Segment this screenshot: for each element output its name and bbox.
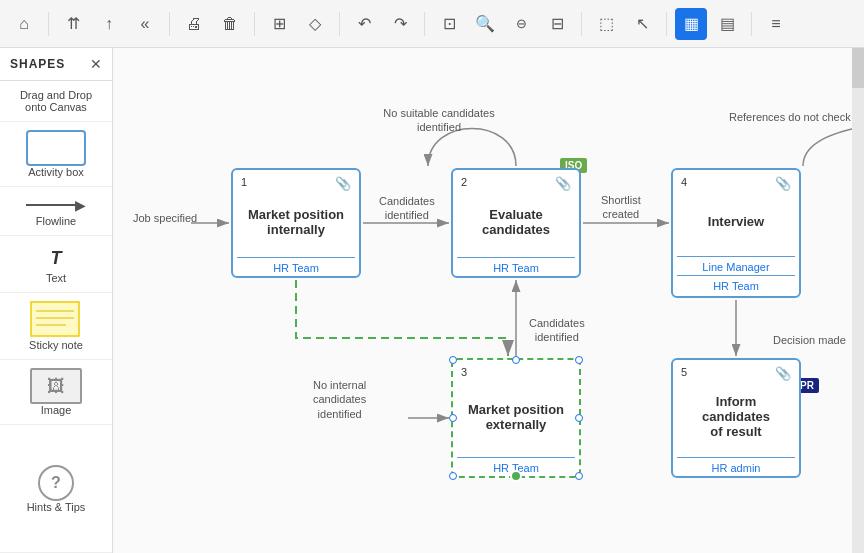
- home-icon[interactable]: ⌂: [8, 8, 40, 40]
- drag-drop-label: Drag and Droponto Canvas: [6, 89, 106, 113]
- node4-role1: Line Manager: [673, 257, 799, 275]
- node4-number: 4: [681, 176, 687, 188]
- menu-options-icon[interactable]: ≡: [760, 8, 792, 40]
- hints-tips-label: Hints & Tips: [27, 501, 86, 513]
- redo-icon[interactable]: ↷: [384, 8, 416, 40]
- node4-role2: HR Team: [673, 276, 799, 296]
- hints-tips-preview: ?: [38, 465, 74, 501]
- handle-br[interactable]: [575, 472, 583, 480]
- node1-clip-icon: 📎: [335, 176, 351, 191]
- label-decision-made: Decision made: [773, 333, 846, 347]
- expand-all-icon[interactable]: ⇈: [57, 8, 89, 40]
- sep3: [254, 12, 255, 36]
- back-icon[interactable]: «: [129, 8, 161, 40]
- handle-ml[interactable]: [449, 414, 457, 422]
- node5-clip-icon: 📎: [775, 366, 791, 381]
- green-connect-dot[interactable]: [510, 470, 522, 482]
- flowline-preview: ▶: [6, 195, 106, 215]
- canvas[interactable]: Job specified No suitable candidatesiden…: [113, 48, 864, 553]
- label-job-specified: Job specified: [133, 211, 197, 225]
- connect-icon[interactable]: ⊞: [263, 8, 295, 40]
- sidebar-item-hints-tips[interactable]: ? Hints & Tips: [0, 425, 112, 553]
- delete-icon[interactable]: 🗑: [214, 8, 246, 40]
- pointer-icon[interactable]: ↖: [626, 8, 658, 40]
- hints-tips-shape: ?: [38, 465, 74, 501]
- sidebar-item-text[interactable]: T Text: [0, 236, 112, 293]
- label-no-suitable: No suitable candidatesidentified: [369, 106, 509, 135]
- label-refs: References do not check out: [699, 110, 864, 124]
- main-area: SHAPES ✕ Drag and Droponto Canvas Activi…: [0, 48, 864, 553]
- sidebar-item-activity-box[interactable]: Activity box: [0, 122, 112, 187]
- tag-icon[interactable]: ◇: [299, 8, 331, 40]
- sep1: [48, 12, 49, 36]
- handle-tl[interactable]: [449, 356, 457, 364]
- node-interview[interactable]: 4 📎 Interview Line Manager HR Team: [671, 168, 801, 298]
- sidebar-item-image[interactable]: 🖼 Image: [0, 360, 112, 425]
- node-market-position-externally[interactable]: 3 Market positionexternally HR Team: [451, 358, 581, 478]
- image-label: Image: [6, 404, 106, 416]
- sticky-note-shape: [30, 301, 82, 339]
- toolbar: ⌂ ⇈ ↑ « 🖨 🗑 ⊞ ◇ ↶ ↷ ⊡ 🔍 ⊖ ⊟ ⬚ ↖ ▦ ▤ ≡: [0, 0, 864, 48]
- label-candidates-id2: Candidatesidentified: [529, 316, 585, 345]
- expand-icon[interactable]: ↑: [93, 8, 125, 40]
- svg-rect-0: [31, 302, 79, 336]
- node2-number: 2: [461, 176, 467, 188]
- close-sidebar-icon[interactable]: ✕: [90, 56, 102, 72]
- node1-role: HR Team: [233, 258, 359, 276]
- sep4: [339, 12, 340, 36]
- handle-mr[interactable]: [575, 414, 583, 422]
- activity-box-preview: [6, 130, 106, 166]
- label-no-internal: No internalcandidatesidentified: [313, 378, 366, 421]
- text-shape: T: [26, 244, 86, 272]
- activity-box-shape: [26, 130, 86, 166]
- node1-number: 1: [241, 176, 247, 188]
- flowline-line: [26, 204, 75, 206]
- node2-clip-icon: 📎: [555, 176, 571, 191]
- node4-clip-icon: 📎: [775, 176, 791, 191]
- undo-icon[interactable]: ↶: [348, 8, 380, 40]
- sidebar-item-drag-drop[interactable]: Drag and Droponto Canvas: [0, 81, 112, 122]
- sidebar: SHAPES ✕ Drag and Droponto Canvas Activi…: [0, 48, 113, 553]
- handle-bl[interactable]: [449, 472, 457, 480]
- right-panel-top: [852, 48, 864, 88]
- frame-icon[interactable]: ⊡: [433, 8, 465, 40]
- image-shape: 🖼: [30, 368, 82, 404]
- sidebar-item-flowline[interactable]: ▶ Flowline: [0, 187, 112, 236]
- text-label: Text: [6, 272, 106, 284]
- sticky-note-label: Sticky note: [6, 339, 106, 351]
- zoom-out-icon[interactable]: ⊖: [505, 8, 537, 40]
- node3-number: 3: [461, 366, 467, 378]
- sep6: [581, 12, 582, 36]
- handle-tm[interactable]: [512, 356, 520, 364]
- handle-tr[interactable]: [575, 356, 583, 364]
- node2-role: HR Team: [453, 258, 579, 276]
- sep2: [169, 12, 170, 36]
- flowline-arrow: ▶: [75, 197, 86, 213]
- text-preview: T: [6, 244, 106, 272]
- sep7: [666, 12, 667, 36]
- node-evaluate-candidates[interactable]: 2 📎 Evaluatecandidates HR Team: [451, 168, 581, 278]
- image-preview: 🖼: [6, 368, 106, 404]
- flowline-label: Flowline: [6, 215, 106, 227]
- cursor-select-icon[interactable]: ⬚: [590, 8, 622, 40]
- sep5: [424, 12, 425, 36]
- node3-title: Market positionexternally: [453, 360, 579, 457]
- sticky-note-container: [30, 301, 82, 339]
- node-inform-candidates[interactable]: 5 📎 Inform candidatesof result HR admin: [671, 358, 801, 478]
- print-icon[interactable]: 🖨: [178, 8, 210, 40]
- node5-number: 5: [681, 366, 687, 378]
- label-shortlist: Shortlistcreated: [601, 193, 641, 222]
- shapes-title: SHAPES: [10, 57, 65, 71]
- label-candidates-id1: Candidatesidentified: [379, 194, 435, 223]
- search-zoom-icon[interactable]: 🔍: [469, 8, 501, 40]
- fit-icon[interactable]: ⊟: [541, 8, 573, 40]
- list-view-icon[interactable]: ▤: [711, 8, 743, 40]
- right-panel-hint: [852, 48, 864, 553]
- sidebar-item-sticky-note[interactable]: Sticky note: [0, 293, 112, 360]
- node-market-position-internally[interactable]: 1 📎 Market positioninternally HR Team: [231, 168, 361, 278]
- node5-role: HR admin: [673, 458, 799, 476]
- sticky-note-preview: [6, 301, 106, 339]
- sep8: [751, 12, 752, 36]
- grid-view-icon[interactable]: ▦: [675, 8, 707, 40]
- activity-box-label: Activity box: [6, 166, 106, 178]
